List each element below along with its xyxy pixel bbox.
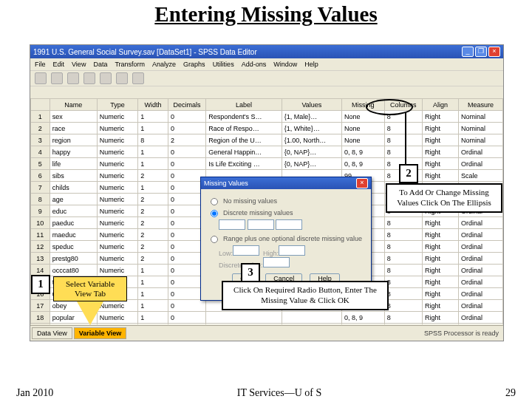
cell[interactable]: Right <box>422 241 458 253</box>
cell[interactable]: 0 <box>168 158 205 170</box>
tab-variable-view[interactable]: Variable View <box>74 327 126 339</box>
cell[interactable]: None <box>341 134 384 146</box>
col-header[interactable]: Measure <box>459 99 503 111</box>
cell[interactable]: Right <box>422 123 458 134</box>
cell[interactable]: Nominal <box>459 134 503 146</box>
cell[interactable]: Ordinal <box>459 146 503 158</box>
cell[interactable]: 2 <box>138 217 168 229</box>
table-row[interactable]: 1sexNumeric10Respondent's S…{1, Male}…No… <box>31 111 503 123</box>
cell[interactable] <box>282 312 341 324</box>
col-header[interactable]: Align <box>422 99 458 111</box>
cell[interactable]: Nominal <box>459 111 503 123</box>
cell[interactable]: 1 <box>138 182 168 194</box>
opt-range[interactable]: Range plus one optional discrete missing… <box>207 233 365 243</box>
col-header[interactable]: Name <box>50 99 97 111</box>
cell[interactable]: 17 <box>31 300 50 312</box>
cell[interactable]: 3 <box>31 134 50 146</box>
cell[interactable]: Nominal <box>459 123 503 134</box>
cell[interactable]: Right <box>422 324 458 325</box>
cell[interactable]: Right <box>422 288 458 300</box>
cell[interactable]: 0, 8, 9 <box>341 312 384 324</box>
radio-none[interactable] <box>211 198 218 205</box>
cell[interactable]: Ordinal <box>459 253 503 265</box>
cell[interactable]: Numeric <box>97 217 138 229</box>
col-header[interactable]: Label <box>206 99 282 111</box>
menu-add-ons[interactable]: Add-ons <box>242 61 267 68</box>
cell[interactable]: Right <box>422 312 458 324</box>
range-low[interactable] <box>233 245 259 256</box>
cell[interactable]: 19 <box>31 324 50 325</box>
opt-no-missing[interactable]: No missing values <box>207 196 365 205</box>
cell[interactable]: Region of the U… <box>206 134 282 146</box>
range-high[interactable] <box>279 245 305 256</box>
cell[interactable]: age <box>50 194 97 205</box>
cell[interactable]: life <box>50 158 97 170</box>
cell[interactable]: prestg80 <box>50 253 97 265</box>
save-icon[interactable] <box>51 72 63 84</box>
cell[interactable]: 2 <box>31 123 50 134</box>
cell[interactable]: Right <box>422 265 458 276</box>
cell[interactable]: 11 <box>31 229 50 241</box>
cell[interactable]: occcat80 <box>50 265 97 276</box>
cell[interactable]: Ordinal <box>459 324 503 325</box>
cell[interactable]: speduc <box>50 241 97 253</box>
table-row[interactable]: 2raceNumeric10Race of Respo…{1, White}…N… <box>31 123 503 134</box>
menu-data[interactable]: Data <box>93 61 107 68</box>
cell[interactable]: Ordinal <box>459 158 503 170</box>
cell[interactable]: Ordinal <box>459 229 503 241</box>
cell[interactable]: 0, 8, 9 <box>341 158 384 170</box>
cell[interactable] <box>206 324 282 325</box>
cell[interactable]: {1, Male}… <box>282 111 341 123</box>
radio-discrete[interactable] <box>211 210 218 217</box>
col-header[interactable]: Values <box>282 99 341 111</box>
cell[interactable]: 2 <box>138 194 168 205</box>
cell[interactable]: paeduc <box>50 217 97 229</box>
cell[interactable]: 1 <box>138 312 168 324</box>
cell[interactable]: Ordinal <box>459 265 503 276</box>
undo-icon[interactable] <box>83 72 95 84</box>
cell[interactable]: sibs <box>50 170 97 182</box>
cell[interactable]: Ordinal <box>459 312 503 324</box>
tab-data-view[interactable]: Data View <box>32 327 72 339</box>
cell[interactable]: Numeric <box>97 134 138 146</box>
cell[interactable]: 4 <box>31 146 50 158</box>
menu-file[interactable]: File <box>35 61 46 68</box>
menubar[interactable]: FileEditViewDataTransformAnalyzeGraphsUt… <box>30 58 503 71</box>
cell[interactable]: 8 <box>384 229 422 241</box>
cell[interactable]: 0 <box>168 312 205 324</box>
cell[interactable]: 8 <box>384 123 422 134</box>
cell[interactable]: 2 <box>138 241 168 253</box>
table-row[interactable]: 3regionNumeric82Region of the U…{1.00, N… <box>31 134 503 146</box>
cell[interactable]: Numeric <box>97 123 138 134</box>
cell[interactable]: Numeric <box>97 194 138 205</box>
cell[interactable]: 8 <box>138 134 168 146</box>
col-header[interactable]: Width <box>138 99 168 111</box>
open-icon[interactable] <box>35 72 47 84</box>
cell[interactable]: 8 <box>384 300 422 312</box>
cell[interactable]: Scale <box>459 170 503 182</box>
cell[interactable]: 8 <box>31 194 50 205</box>
cell[interactable]: 13 <box>31 253 50 265</box>
radio-range[interactable] <box>211 236 218 243</box>
cell[interactable]: Numeric <box>97 111 138 123</box>
cell[interactable]: 1 <box>138 123 168 134</box>
cell[interactable]: sex <box>50 111 97 123</box>
cell[interactable]: 1 <box>31 111 50 123</box>
menu-edit[interactable]: Edit <box>53 61 65 68</box>
chart-icon[interactable] <box>132 72 144 84</box>
minimize-icon[interactable]: _ <box>462 47 474 57</box>
menu-transform[interactable]: Transform <box>115 61 145 68</box>
cell[interactable]: Right <box>422 217 458 229</box>
cell[interactable]: Right <box>422 134 458 146</box>
menu-analyze[interactable]: Analyze <box>152 61 176 68</box>
discrete-value-2[interactable] <box>248 219 274 230</box>
cell[interactable]: 18 <box>31 312 50 324</box>
cell[interactable]: 7 <box>31 182 50 194</box>
cell[interactable]: 8 <box>384 134 422 146</box>
cell[interactable]: 1 <box>138 158 168 170</box>
cell[interactable]: 8 <box>384 276 422 288</box>
cell[interactable]: 8 <box>384 217 422 229</box>
menu-graphs[interactable]: Graphs <box>183 61 205 68</box>
cell[interactable]: Right <box>422 276 458 288</box>
cell[interactable]: 12 <box>31 241 50 253</box>
